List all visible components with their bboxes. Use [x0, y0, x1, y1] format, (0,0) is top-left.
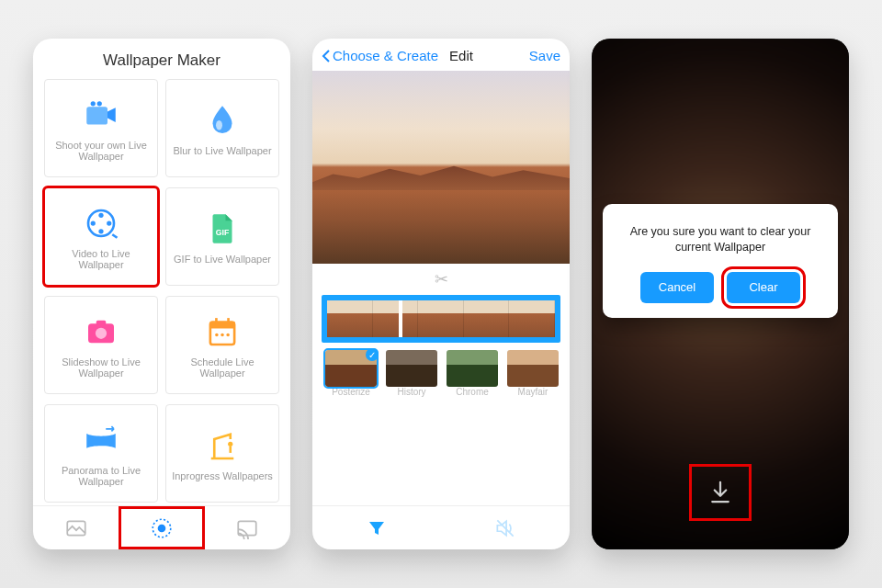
filter-row: Posterize History Chrome Mayfair — [312, 350, 570, 397]
back-button[interactable]: Choose & Create — [322, 48, 438, 63]
svg-point-20 — [228, 441, 232, 446]
trim-handle[interactable] — [399, 300, 402, 337]
preview-image — [312, 71, 570, 264]
svg-point-3 — [216, 120, 222, 130]
svg-point-5 — [98, 212, 103, 217]
svg-point-18 — [220, 333, 224, 336]
camera-icon — [82, 96, 120, 134]
clear-button[interactable]: Clear — [727, 272, 800, 303]
maker-grid: Shoot your own Live Wallpaper Blur to Li… — [33, 79, 290, 505]
calendar-icon — [203, 312, 242, 351]
download-button[interactable] — [692, 467, 749, 518]
edit-bottom-bar — [312, 505, 570, 549]
card-label: GIF to Live Wallpaper — [174, 254, 271, 265]
panorama-icon — [82, 421, 120, 459]
image-icon — [64, 516, 88, 540]
crane-icon — [203, 426, 242, 465]
filter-mayfair[interactable]: Mayfair — [507, 350, 559, 397]
card-gif-live[interactable]: GIF GIF to Live Wallpaper — [165, 187, 279, 286]
phone-wallpaper-maker: Wallpaper Maker Shoot your own Live Wall… — [33, 39, 290, 549]
svg-point-2 — [97, 101, 102, 106]
page-title: Wallpaper Maker — [33, 39, 290, 79]
svg-point-19 — [226, 333, 230, 336]
tab-cast[interactable] — [205, 506, 290, 549]
card-schedule-live[interactable]: Schedule Live Wallpaper — [165, 296, 279, 394]
trim-indicator: ✂ — [312, 264, 570, 291]
filter-label: Posterize — [332, 387, 370, 397]
film-reel-icon — [82, 204, 120, 243]
gif-file-icon: GIF — [203, 209, 242, 248]
target-icon — [150, 516, 174, 540]
edit-nav: Choose & Create Edit Save — [312, 39, 570, 71]
svg-rect-12 — [96, 320, 107, 324]
filter-label: History — [397, 387, 425, 397]
cast-icon — [235, 516, 259, 540]
confirm-dialog: Are you sure you want to clear your curr… — [603, 204, 838, 318]
card-label: Inprogress Wallpapers — [172, 470, 273, 481]
phone-edit: Choose & Create Edit Save ✂ Posterize Hi… — [312, 39, 570, 549]
card-label: Panorama to Live Wallpaper — [49, 465, 153, 487]
camera-photo-icon — [82, 312, 120, 351]
tab-maker[interactable] — [119, 506, 204, 549]
svg-point-7 — [98, 229, 103, 233]
svg-point-23 — [158, 524, 166, 532]
filter-label: Mayfair — [518, 387, 548, 397]
svg-rect-16 — [227, 318, 230, 324]
filter-chrome[interactable]: Chrome — [447, 350, 498, 397]
filters-tab[interactable] — [312, 506, 441, 549]
svg-point-1 — [91, 101, 96, 106]
save-button[interactable]: Save — [529, 48, 560, 63]
nav-title: Edit — [449, 48, 473, 63]
speaker-mute-icon — [493, 516, 517, 540]
phone-confirm: Are you sure you want to clear your curr… — [592, 39, 849, 549]
filter-history[interactable]: History — [386, 350, 437, 397]
card-panorama-live[interactable]: Panorama to Live Wallpaper — [44, 404, 158, 503]
svg-point-8 — [91, 220, 96, 225]
svg-point-6 — [107, 220, 111, 225]
card-label: Slideshow to Live Wallpaper — [49, 356, 153, 379]
svg-text:GIF: GIF — [216, 228, 230, 237]
funnel-icon — [366, 517, 388, 539]
card-label: Video to Live Wallpaper — [49, 248, 153, 270]
svg-point-11 — [96, 327, 107, 338]
back-label: Choose & Create — [333, 48, 438, 63]
card-slideshow-live[interactable]: Slideshow to Live Wallpaper — [44, 296, 158, 394]
drop-icon — [203, 101, 242, 140]
svg-point-17 — [215, 333, 219, 336]
card-label: Shoot your own Live Wallpaper — [49, 140, 153, 162]
svg-rect-0 — [86, 107, 107, 124]
card-label: Schedule Live Wallpaper — [170, 356, 275, 379]
cancel-button[interactable]: Cancel — [640, 272, 714, 303]
card-shoot-live[interactable]: Shoot your own Live Wallpaper — [44, 79, 158, 177]
bottom-tabs — [33, 505, 290, 549]
filter-posterize[interactable]: Posterize — [325, 350, 377, 397]
tab-gallery[interactable] — [33, 506, 119, 549]
card-video-live[interactable]: Video to Live Wallpaper — [44, 187, 158, 286]
mute-tab[interactable] — [441, 506, 570, 549]
svg-rect-15 — [215, 318, 218, 324]
filter-label: Chrome — [456, 387, 489, 397]
card-label: Blur to Live Wallpaper — [173, 145, 271, 156]
dialog-message: Are you sure you want to clear your curr… — [617, 224, 823, 255]
card-blur-live[interactable]: Blur to Live Wallpaper — [165, 79, 279, 177]
svg-rect-14 — [210, 322, 234, 328]
download-icon — [707, 479, 734, 506]
timeline-strip[interactable] — [322, 295, 560, 343]
chevron-left-icon — [322, 49, 331, 63]
card-inprogress[interactable]: Inprogress Wallpapers — [165, 404, 279, 503]
